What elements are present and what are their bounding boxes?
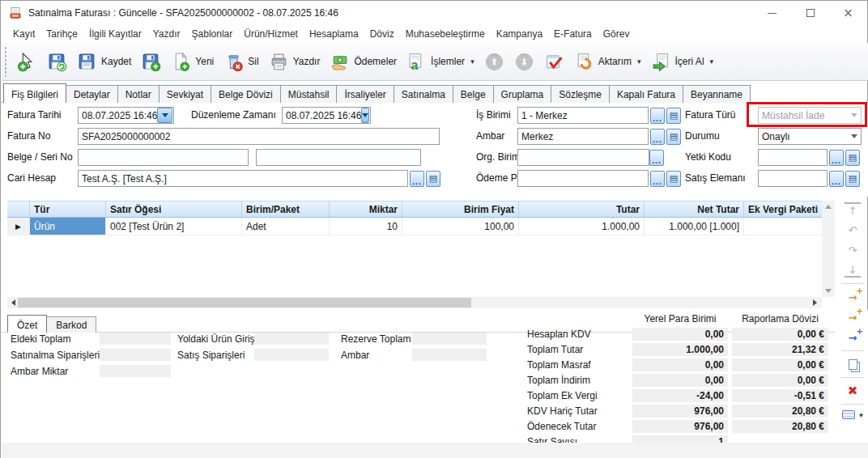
horizontal-scroll-thumb[interactable] bbox=[18, 298, 471, 307]
grid-header-net-tutar[interactable]: Net Tutar bbox=[645, 201, 744, 217]
is-birimi-field[interactable]: 1 - Merkez bbox=[517, 107, 649, 124]
fatura-turu-dropdown[interactable]: Müstahsil İade bbox=[758, 107, 862, 124]
toolbar-grip[interactable] bbox=[4, 46, 8, 77]
menu-sablonlar[interactable]: Şablonlar bbox=[186, 26, 239, 42]
tab-barkod[interactable]: Barkod bbox=[46, 316, 96, 333]
close-button[interactable]: × bbox=[829, 1, 867, 25]
tab-detaylar[interactable]: Detaylar bbox=[66, 85, 118, 103]
tab-belge[interactable]: Belge bbox=[453, 85, 494, 103]
copy-rows-button[interactable] bbox=[845, 357, 861, 371]
grid-header-satir-ogesi[interactable]: Satır Öğesi bbox=[106, 201, 242, 217]
scroll-down-button[interactable] bbox=[822, 285, 835, 297]
delete-button[interactable]: Sil bbox=[219, 49, 263, 75]
save-button[interactable]: Kaydet bbox=[72, 49, 136, 75]
durumu-dropdown[interactable]: Onaylı bbox=[758, 128, 862, 145]
cell-tutar[interactable]: 1.000,00 bbox=[519, 218, 645, 235]
grid-header-birim-paket[interactable]: Birim/Paket bbox=[242, 201, 330, 217]
cell-satir-ogesi[interactable]: 002 [Test Ürün 2] bbox=[106, 218, 242, 235]
menu-tarihce[interactable]: Tarihçe bbox=[40, 26, 83, 42]
import-button[interactable]: İçeri Al ▾ bbox=[646, 49, 719, 75]
import-dropdown-icon[interactable]: ▾ bbox=[710, 57, 714, 66]
duzenleme-zamani-field[interactable]: 08.07.2025 16:46 bbox=[282, 107, 371, 124]
maximize-button[interactable] bbox=[791, 1, 829, 25]
approve-button[interactable] bbox=[539, 49, 569, 75]
tab-ozet[interactable]: Özet bbox=[7, 315, 47, 333]
fatura-tarihi-calendar-button[interactable] bbox=[157, 108, 172, 123]
odeme-plani-lookup-button[interactable]: ... bbox=[650, 171, 665, 187]
grid-row-1[interactable]: ▶ Ürün 002 [Test Ürün 2] Adet 10 100,00 … bbox=[7, 218, 822, 235]
print-button[interactable]: Yazdır bbox=[264, 49, 326, 75]
transfer-dropdown-icon[interactable]: ▾ bbox=[637, 57, 641, 66]
move-row-down-button[interactable]: ↷ bbox=[845, 243, 861, 257]
save-new-button[interactable] bbox=[136, 49, 166, 75]
add-detail-row-button[interactable]: →+ bbox=[845, 330, 861, 345]
cell-birim-fiyat[interactable]: 100,00 bbox=[402, 218, 519, 235]
add-row-button[interactable]: →+ bbox=[845, 310, 861, 324]
grid-header-tutar[interactable]: Tutar bbox=[519, 201, 645, 217]
payments-button[interactable]: Ödemeler bbox=[325, 49, 402, 75]
seri-no-field[interactable] bbox=[256, 149, 421, 166]
menu-hesaplama[interactable]: Hesaplama bbox=[304, 26, 364, 42]
new-button[interactable]: Yeni bbox=[166, 49, 219, 75]
save-refresh-button[interactable] bbox=[42, 49, 72, 75]
operations-button[interactable]: a İşlemler ▾ bbox=[402, 49, 479, 75]
menu-yazdir[interactable]: Yazdır bbox=[147, 26, 186, 42]
menu-kampanya[interactable]: Kampanya bbox=[491, 26, 548, 42]
move-row-top-button[interactable]: ↑ bbox=[845, 202, 861, 217]
transfer-button[interactable]: Aktarım ▾ bbox=[569, 49, 646, 75]
belge-no-field[interactable] bbox=[78, 149, 249, 166]
satis-elemani-lookup-button[interactable]: ... bbox=[829, 171, 844, 187]
move-prev-button[interactable] bbox=[479, 49, 509, 75]
grid-header-miktar[interactable]: Miktar bbox=[330, 201, 402, 217]
grid-vertical-scrollbar[interactable] bbox=[822, 201, 835, 297]
ambar-field[interactable]: Merkez bbox=[517, 128, 649, 145]
tab-gruplama[interactable]: Gruplama bbox=[493, 85, 552, 103]
operations-dropdown-icon[interactable]: ▾ bbox=[470, 57, 474, 66]
ambar-keyboard-button[interactable]: ▤ bbox=[666, 129, 681, 145]
fatura-tarihi-field[interactable]: 08.07.2025 16:46 bbox=[78, 107, 174, 124]
cari-hesap-field[interactable]: Test A.Ş. [Test A.Ş.] bbox=[78, 170, 408, 187]
scroll-up-button[interactable] bbox=[822, 201, 835, 213]
tab-fis-bilgileri[interactable]: Fiş Bilgileri bbox=[3, 83, 66, 103]
yetki-kodu-field[interactable] bbox=[758, 149, 828, 166]
duzenleme-zamani-calendar-button[interactable] bbox=[361, 108, 369, 123]
tab-kapali-fatura[interactable]: Kapalı Fatura bbox=[609, 85, 683, 103]
cell-ek-vergi-paketi[interactable] bbox=[744, 218, 822, 235]
tab-sevkiyat[interactable]: Sevkiyat bbox=[159, 85, 211, 103]
odeme-plani-keyboard-button[interactable]: ▤ bbox=[666, 171, 681, 187]
grid-header-ek-vergi-paketi[interactable]: Ek Vergi Paketi bbox=[744, 201, 822, 217]
grid-horizontal-scrollbar[interactable] bbox=[7, 297, 822, 308]
delete-row-button[interactable]: ✖ bbox=[845, 384, 861, 398]
cell-tur[interactable]: Ürün bbox=[30, 218, 106, 235]
yetki-kodu-lookup-button[interactable]: ... bbox=[829, 150, 844, 166]
cari-hesap-lookup-button[interactable]: ... bbox=[410, 171, 424, 187]
tab-irsaliyeler[interactable]: İrsaliyeler bbox=[336, 85, 394, 103]
yetki-kodu-keyboard-button[interactable]: ▤ bbox=[845, 150, 860, 166]
fatura-no-field[interactable]: SFA2025000000002 bbox=[78, 128, 440, 145]
tab-notlar[interactable]: Notlar bbox=[117, 85, 160, 103]
move-next-button[interactable] bbox=[509, 49, 539, 75]
ambar-lookup-button[interactable]: ... bbox=[650, 129, 665, 145]
tab-beyanname[interactable]: Beyanname bbox=[683, 85, 751, 103]
satis-elemani-field[interactable] bbox=[758, 170, 828, 187]
menu-ilgili-kayitlar[interactable]: İlgili Kayıtlar bbox=[83, 26, 147, 42]
cell-miktar[interactable]: 10 bbox=[330, 218, 402, 235]
menu-doviz[interactable]: Döviz bbox=[364, 26, 400, 42]
cell-net-tutar[interactable]: 1.000,00 [1.000] bbox=[645, 218, 744, 235]
insert-row-button[interactable]: →+ bbox=[845, 290, 861, 304]
minimize-button[interactable] bbox=[753, 1, 791, 25]
tab-sozlesme[interactable]: Sözleşme bbox=[551, 85, 610, 103]
row-print-dropdown-icon[interactable]: ▾ bbox=[859, 411, 863, 419]
move-row-bottom-button[interactable]: ↓ bbox=[845, 263, 861, 278]
menu-kayit[interactable]: Kayıt bbox=[7, 26, 40, 42]
row-print-button[interactable]: ▾ bbox=[842, 410, 863, 419]
menu-gorev[interactable]: Görev bbox=[598, 26, 636, 42]
cari-hesap-keyboard-button[interactable]: ▤ bbox=[426, 171, 440, 187]
org-birim-field[interactable] bbox=[517, 149, 649, 166]
menu-urun-hizmet[interactable]: Ürün/Hizmet bbox=[238, 26, 304, 42]
menu-e-fatura[interactable]: E-Fatura bbox=[548, 26, 598, 42]
is-birimi-lookup-button[interactable]: ... bbox=[650, 108, 665, 124]
pointer-add-button[interactable] bbox=[12, 49, 42, 75]
move-row-up-button[interactable]: ↶ bbox=[845, 223, 861, 237]
tab-mustahsil[interactable]: Müstahsil bbox=[280, 85, 338, 103]
